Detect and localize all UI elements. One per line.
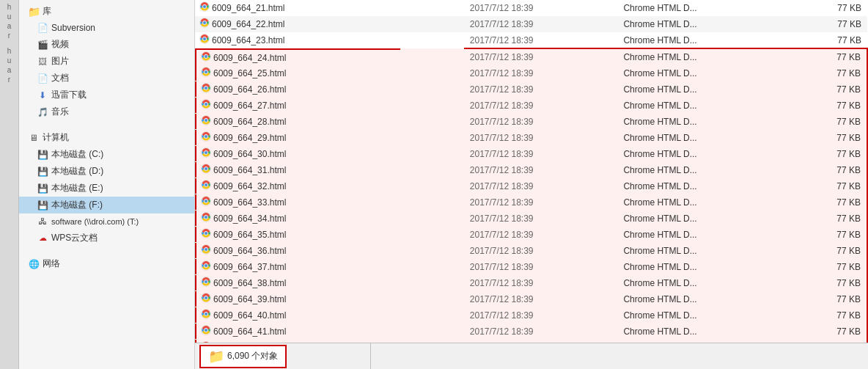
- file-type: Chrome HTML D...: [617, 259, 790, 275]
- file-date: 2017/7/12 18:39: [464, 211, 618, 227]
- file-row-name: 6009_664_40.html: [201, 309, 286, 321]
- chrome-icon: [201, 115, 211, 128]
- table-row[interactable]: 6009_664_38.html 2017/7/12 18:39Chrome H…: [195, 275, 867, 291]
- file-date: 2017/7/12 18:39: [464, 227, 618, 243]
- chrome-icon: [201, 244, 211, 257]
- sidebar-item-subversion[interactable]: 📄 Subversion: [19, 20, 194, 36]
- file-row-name: 6009_664_39.html: [201, 293, 286, 305]
- sidebar-item-document[interactable]: 📄 文档: [19, 70, 194, 87]
- video-icon: 🎬: [37, 39, 48, 51]
- sidebar-item-library[interactable]: 📁 库: [19, 3, 194, 20]
- file-row-name: 6009_664_31.html: [201, 164, 286, 176]
- file-row-name: 6009_664_36.html: [201, 244, 286, 257]
- table-row[interactable]: 6009_664_34.html 2017/7/12 18:39Chrome H…: [195, 211, 867, 227]
- sidebar-item-wps-label: WPS云文档: [51, 232, 98, 244]
- hdd-e-icon: 💾: [37, 183, 48, 194]
- file-date: 2017/7/12 18:39: [464, 48, 618, 65]
- table-row[interactable]: 6009_664_30.html 2017/7/12 18:39Chrome H…: [195, 146, 867, 162]
- file-type: Chrome HTML D...: [617, 307, 790, 324]
- table-row[interactable]: 6009_664_29.html 2017/7/12 18:39Chrome H…: [195, 130, 867, 146]
- left-label-7: a: [7, 66, 12, 74]
- chrome-icon: [201, 260, 211, 273]
- sidebar-item-drive-d-label: 本地磁盘 (D:): [51, 165, 103, 178]
- table-row[interactable]: 6009_664_40.html 2017/7/12 18:39Chrome H…: [195, 307, 867, 324]
- sidebar-item-drive-e-label: 本地磁盘 (E:): [51, 182, 103, 194]
- table-row[interactable]: 6009_664_32.html 2017/7/12 18:39Chrome H…: [195, 178, 867, 194]
- sidebar-item-video-label: 视频: [51, 38, 69, 51]
- sidebar-item-drive-e[interactable]: 💾 本地磁盘 (E:): [19, 180, 194, 197]
- file-type: Chrome HTML D...: [617, 243, 790, 259]
- svg-point-31: [205, 248, 208, 252]
- chrome-icon: [201, 131, 211, 144]
- chrome-icon: [201, 67, 211, 79]
- table-row[interactable]: 6009_664_26.html 2017/7/12 18:39Chrome H…: [195, 81, 867, 98]
- table-row[interactable]: 6009_664_35.html 2017/7/12 18:39Chrome H…: [195, 227, 867, 243]
- svg-point-5: [203, 37, 207, 41]
- file-date: 2017/7/12 18:39: [464, 98, 618, 114]
- chrome-icon: [199, 34, 210, 46]
- image-icon: 🖼: [37, 56, 48, 67]
- sidebar: 📁 库 📄 Subversion 🎬 视频 🖼 图片 📄 文档 ⬇ 迅雷下: [19, 0, 195, 369]
- file-size: 77 KB: [790, 98, 867, 114]
- sidebar-item-drive-f[interactable]: 💾 本地磁盘 (F:): [19, 197, 194, 213]
- file-row-name: 6009_664_34.html: [201, 212, 286, 224]
- network-drive-icon: 🖧: [37, 216, 48, 227]
- chrome-icon: [201, 212, 211, 224]
- file-type: Chrome HTML D...: [617, 65, 790, 81]
- table-row[interactable]: 6009_664_36.html 2017/7/12 18:39Chrome H…: [195, 243, 867, 259]
- svg-point-11: [205, 87, 208, 90]
- sidebar-item-music[interactable]: 🎵 音乐: [19, 103, 194, 120]
- sidebar-item-image-label: 图片: [51, 55, 69, 67]
- left-label-4: r: [8, 32, 10, 40]
- library-section: 📁 库 📄 Subversion 🎬 视频 🖼 图片 📄 文档 ⬇ 迅雷下: [19, 3, 194, 120]
- sidebar-item-network[interactable]: 🌐 网络: [19, 255, 194, 272]
- file-name: 6009_664_35.html: [213, 230, 286, 240]
- table-row[interactable]: 6009_664_37.html 2017/7/12 18:39Chrome H…: [195, 259, 867, 275]
- svg-point-9: [205, 70, 208, 74]
- file-size: 77 KB: [790, 65, 867, 81]
- sidebar-item-software[interactable]: 🖧 software (\\droi.com) (T:): [19, 213, 194, 230]
- table-row[interactable]: 6009_664_39.html 2017/7/12 18:39Chrome H…: [195, 291, 867, 307]
- table-row[interactable]: 6009_664_31.html 2017/7/12 18:39Chrome H…: [195, 162, 867, 178]
- svg-point-29: [205, 232, 208, 235]
- table-row[interactable]: 6009_664_41.html 2017/7/12 18:39Chrome H…: [195, 324, 867, 340]
- sidebar-item-wps[interactable]: ☁ WPS云文档: [19, 230, 194, 246]
- sidebar-item-subversion-label: Subversion: [51, 23, 95, 33]
- sidebar-item-image[interactable]: 🖼 图片: [19, 53, 194, 70]
- computer-icon: 🖥: [28, 132, 40, 144]
- table-row[interactable]: 6009_664_24.html 2017/7/12 18:39Chrome H…: [195, 48, 867, 65]
- table-row[interactable]: 6009_664_23.html 2017/7/12 18:39Chrome H…: [195, 32, 867, 48]
- sidebar-item-drive-c[interactable]: 💾 本地磁盘 (C:): [19, 146, 194, 163]
- sidebar-item-download[interactable]: ⬇ 迅雷下载: [19, 87, 194, 103]
- svg-point-35: [205, 280, 208, 284]
- file-name: 6009_664_41.html: [213, 326, 286, 337]
- svg-point-23: [205, 183, 208, 187]
- left-label-8: r: [8, 76, 10, 84]
- file-date: 2017/7/12 18:39: [464, 194, 618, 211]
- sidebar-item-drive-c-label: 本地磁盘 (C:): [51, 148, 103, 161]
- sidebar-item-video[interactable]: 🎬 视频: [19, 36, 194, 53]
- file-type: Chrome HTML D...: [617, 211, 790, 227]
- table-row[interactable]: 6009_664_25.html 2017/7/12 18:39Chrome H…: [195, 65, 867, 81]
- sidebar-item-computer[interactable]: 🖥 计算机: [19, 129, 194, 146]
- table-row[interactable]: 6009_664_28.html 2017/7/12 18:39Chrome H…: [195, 114, 867, 130]
- file-size: 77 KB: [790, 194, 867, 211]
- file-row-name: 6009_664_38.html: [201, 277, 286, 289]
- file-size: 77 KB: [790, 307, 867, 324]
- chrome-icon: [201, 309, 211, 321]
- chrome-icon: [201, 180, 211, 192]
- file-row-name: 6009_664_35.html: [201, 228, 286, 241]
- computer-section: 🖥 计算机 💾 本地磁盘 (C:) 💾 本地磁盘 (D:) 💾 本地磁盘 (E:…: [19, 129, 194, 246]
- file-type: Chrome HTML D...: [617, 162, 790, 178]
- svg-point-39: [205, 313, 208, 316]
- file-name: 6009_664_21.html: [212, 3, 284, 13]
- file-name: 6009_664_38.html: [213, 278, 286, 288]
- table-row[interactable]: 6009_664_21.html 2017/7/12 18:39Chrome H…: [195, 0, 867, 16]
- file-row-name: 6009_664_33.html: [201, 196, 286, 208]
- table-row[interactable]: 6009_664_33.html 2017/7/12 18:39Chrome H…: [195, 194, 867, 211]
- sidebar-item-drive-d[interactable]: 💾 本地磁盘 (D:): [19, 163, 194, 180]
- file-date: 2017/7/12 18:39: [464, 178, 618, 194]
- file-row-name: 6009_664_24.html: [201, 51, 286, 64]
- table-row[interactable]: 6009_664_27.html 2017/7/12 18:39Chrome H…: [195, 98, 867, 114]
- table-row[interactable]: 6009_664_22.html 2017/7/12 18:39Chrome H…: [195, 16, 867, 32]
